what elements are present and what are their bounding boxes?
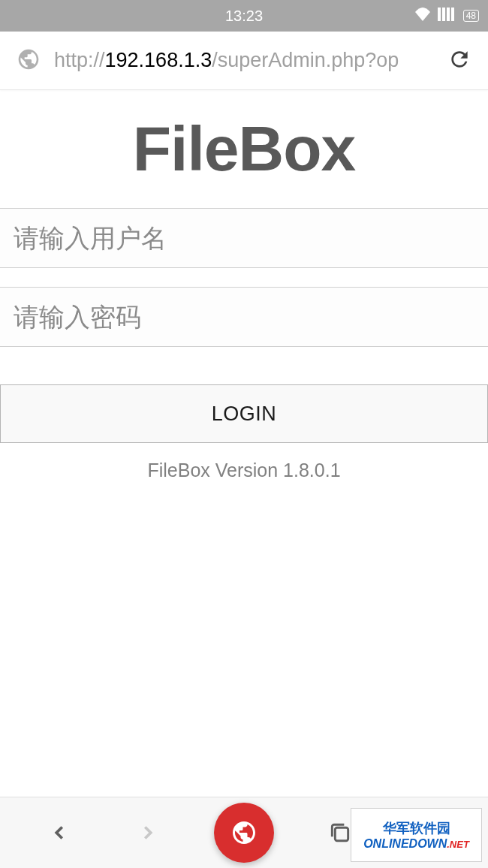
status-time: 13:23 [225, 8, 263, 25]
svg-rect-3 [451, 8, 454, 21]
svg-rect-4 [335, 827, 348, 840]
globe-icon [17, 47, 41, 74]
browser-url-bar: http://192.168.1.3/superAdmin.php?op [0, 32, 488, 90]
login-button[interactable]: LOGIN [0, 384, 488, 443]
version-text: FileBox Version 1.8.0.1 [0, 460, 488, 481]
signal-icon [438, 8, 457, 25]
url-path: /superAdmin.php?op [212, 49, 399, 71]
svg-rect-1 [442, 8, 445, 21]
status-bar: 13:23 48 [0, 0, 488, 32]
username-input[interactable] [0, 208, 488, 268]
watermark-en: ONLINEDOWN [363, 837, 447, 850]
svg-rect-0 [438, 8, 441, 21]
watermark-net: .NET [447, 839, 469, 850]
password-input[interactable] [0, 287, 488, 347]
svg-rect-2 [447, 8, 450, 21]
forward-button[interactable] [125, 810, 170, 855]
battery-icon: 48 [463, 10, 479, 22]
watermark: 华军软件园 ONLINEDOWN.NET [351, 808, 482, 862]
app-title: FileBox [0, 113, 488, 185]
page-content: FileBox LOGIN FileBox Version 1.8.0.1 [0, 90, 488, 481]
watermark-cn: 华军软件园 [383, 819, 450, 837]
url-input[interactable]: http://192.168.1.3/superAdmin.php?op [54, 49, 434, 72]
url-ip: 192.168.1.3 [105, 49, 212, 71]
back-button[interactable] [37, 810, 82, 855]
home-button[interactable] [214, 803, 274, 863]
status-right: 48 [414, 8, 479, 25]
refresh-icon[interactable] [447, 47, 471, 74]
wifi-icon [414, 8, 432, 25]
url-prefix: http:// [54, 49, 105, 71]
